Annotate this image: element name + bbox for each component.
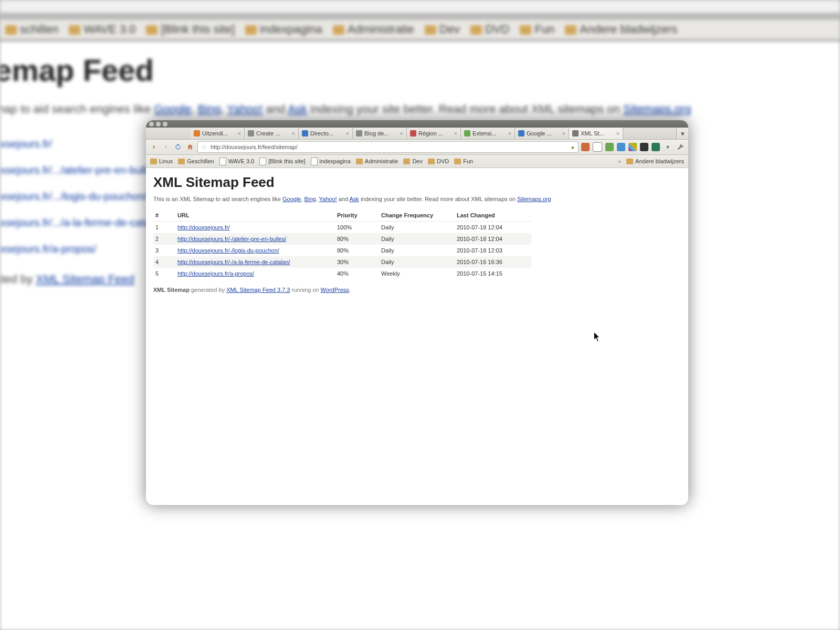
- intro-and: and: [337, 196, 350, 202]
- sitemap-url-link[interactable]: http://douxsejours.fr/a-propos/: [177, 270, 254, 277]
- bg-page-title: emap Feed: [0, 52, 819, 88]
- bookmark-label: Geschillen: [187, 158, 214, 164]
- bookmark-item[interactable]: Linux: [150, 158, 173, 164]
- sitemap-url-link[interactable]: http://douxsejours.fr/: [177, 224, 230, 230]
- intro-mid: indexing your site better. Read more abo…: [359, 196, 517, 202]
- bg-gen-text: ated by: [0, 272, 36, 286]
- bookmark-label: DVD: [437, 158, 449, 164]
- bookmark-label: Fun: [463, 158, 473, 164]
- bookmark-item[interactable]: Fun: [454, 158, 473, 164]
- footer-wp-link[interactable]: WordPress: [321, 287, 349, 293]
- close-icon[interactable]: ×: [562, 130, 565, 136]
- extension-icon[interactable]: [605, 143, 614, 151]
- close-icon[interactable]: ×: [400, 130, 403, 136]
- extension-icon[interactable]: [652, 143, 660, 151]
- cell-url: http://douxsejours.fr/-/a-la-ferme-de-ca…: [175, 256, 335, 268]
- toolbar-extensions: ▾: [581, 142, 685, 152]
- intro-pre: This is an XML Sitemap to aid search eng…: [153, 196, 282, 202]
- extension-icon[interactable]: [640, 143, 648, 151]
- bookmark-label: [Blink this site]: [268, 158, 305, 164]
- close-icon[interactable]: ×: [508, 130, 511, 136]
- browser-tab[interactable]: Create ...×: [245, 128, 299, 139]
- browser-tab[interactable]: Blog de...×: [353, 128, 407, 139]
- bookmark-item[interactable]: indexpagina: [311, 158, 351, 165]
- bookmark-item[interactable]: Geschillen: [178, 158, 214, 164]
- folder-icon: [150, 159, 157, 164]
- page-icon: [219, 158, 226, 165]
- sitemap-url-link[interactable]: http://douxsejours.fr/-/a-la-ferme-de-ca…: [177, 259, 290, 265]
- bookmark-label: Andere bladwijzers: [635, 158, 684, 164]
- folder-icon: [403, 159, 410, 164]
- bookmark-label: Dev: [412, 158, 423, 164]
- browser-tab[interactable]: Région ...×: [407, 128, 461, 139]
- table-row: 5http://douxsejours.fr/a-propos/40%Weekl…: [153, 268, 531, 279]
- go-icon[interactable]: ▸: [572, 144, 575, 151]
- close-icon[interactable]: ×: [454, 130, 457, 136]
- back-button[interactable]: [149, 142, 159, 152]
- bookmark-star-icon[interactable]: ☆: [201, 143, 207, 151]
- browser-tab[interactable]: XML St...×: [569, 128, 623, 139]
- extension-icon[interactable]: [617, 143, 625, 151]
- window-control-dot[interactable]: [149, 122, 154, 127]
- cell-changed: 2010-07-18 12:03: [455, 245, 531, 256]
- cell-changed: 2010-07-16 16:36: [455, 256, 531, 268]
- cell-url: http://douxsejours.fr/-/atelier-pre-en-b…: [175, 233, 335, 245]
- bookmark-item[interactable]: DVD: [428, 158, 449, 164]
- extension-icon[interactable]: [593, 142, 602, 152]
- wrench-menu-button[interactable]: [676, 142, 685, 152]
- bookmarks-bar: LinuxGeschillenWAVE 3.0[Blink this site]…: [146, 155, 688, 168]
- bookmark-label: Administratie: [365, 158, 398, 164]
- folder-icon: [626, 159, 633, 164]
- new-tab-button[interactable]: ▾: [676, 128, 688, 139]
- close-icon[interactable]: ×: [616, 130, 620, 136]
- table-row: 2http://douxsejours.fr/-/atelier-pre-en-…: [153, 233, 531, 245]
- favicon-icon: [356, 130, 362, 136]
- table-header-row: # URL Priority Change Frequency Last Cha…: [153, 209, 531, 222]
- extension-icon[interactable]: [581, 143, 590, 151]
- close-icon[interactable]: ×: [346, 130, 349, 136]
- cell-changed: 2010-07-18 12:04: [455, 222, 531, 234]
- cell-url: http://douxsejours.fr/-/logis-du-pouchon…: [175, 245, 335, 256]
- window-titlebar[interactable]: [146, 120, 688, 128]
- sitemap-url-link[interactable]: http://douxsejours.fr/-/logis-du-pouchon…: [177, 247, 279, 254]
- bookmark-item[interactable]: [Blink this site]: [259, 158, 305, 165]
- bookmark-item[interactable]: Administratie: [356, 158, 398, 164]
- bookmark-item[interactable]: WAVE 3.0: [219, 158, 255, 165]
- footer-gen: generated by: [190, 287, 226, 293]
- browser-window: Uitzendi...×Create ...×Directo...×Blog d…: [146, 120, 688, 505]
- link-sitemaps[interactable]: Sitemaps.org: [517, 196, 551, 202]
- close-icon[interactable]: ×: [238, 130, 241, 136]
- bookmark-item[interactable]: Dev: [403, 158, 423, 164]
- cell-url: http://douxsejours.fr/a-propos/: [175, 268, 335, 279]
- cell-num: 2: [153, 233, 175, 245]
- bookmarks-overflow[interactable]: Andere bladwijzers: [626, 158, 684, 164]
- browser-tab[interactable]: Uitzendi...×: [191, 128, 245, 139]
- browser-tab[interactable]: Directo...×: [299, 128, 353, 139]
- link-ask[interactable]: Ask: [349, 196, 359, 202]
- chevron-icon[interactable]: »: [618, 159, 622, 164]
- link-google[interactable]: Google: [282, 196, 301, 202]
- link-yahoo[interactable]: Yahoo!: [319, 196, 337, 202]
- window-control-dot[interactable]: [163, 122, 167, 127]
- close-icon[interactable]: ×: [292, 130, 295, 136]
- link-bing[interactable]: Bing: [304, 196, 316, 202]
- folder-icon: [178, 159, 185, 164]
- footer-plugin-link[interactable]: XML Sitemap Feed 3.7.3: [226, 287, 290, 293]
- forward-button[interactable]: [161, 142, 171, 152]
- cell-changed: 2010-07-15 14:15: [455, 268, 531, 279]
- window-control-dot[interactable]: [156, 122, 161, 127]
- extension-icon[interactable]: [628, 143, 637, 151]
- footer-dot: .: [349, 287, 351, 293]
- address-bar[interactable]: ☆ http://douxsejours.fr/feed/sitemap/ ▸: [197, 141, 579, 153]
- footer-strong: XML Sitemap: [153, 287, 190, 293]
- tab-label: Google ...: [527, 130, 560, 136]
- browser-tab[interactable]: Google ...×: [515, 128, 569, 139]
- tab-label: Région ...: [418, 130, 452, 136]
- page-menu-button[interactable]: ▾: [663, 142, 673, 152]
- home-button[interactable]: [185, 142, 195, 152]
- sitemap-url-link[interactable]: http://douxsejours.fr/-/atelier-pre-en-b…: [177, 236, 286, 242]
- folder-icon: [454, 159, 461, 164]
- reload-button[interactable]: [173, 142, 183, 152]
- cell-num: 1: [153, 222, 175, 234]
- browser-tab[interactable]: Extensi...×: [461, 128, 515, 139]
